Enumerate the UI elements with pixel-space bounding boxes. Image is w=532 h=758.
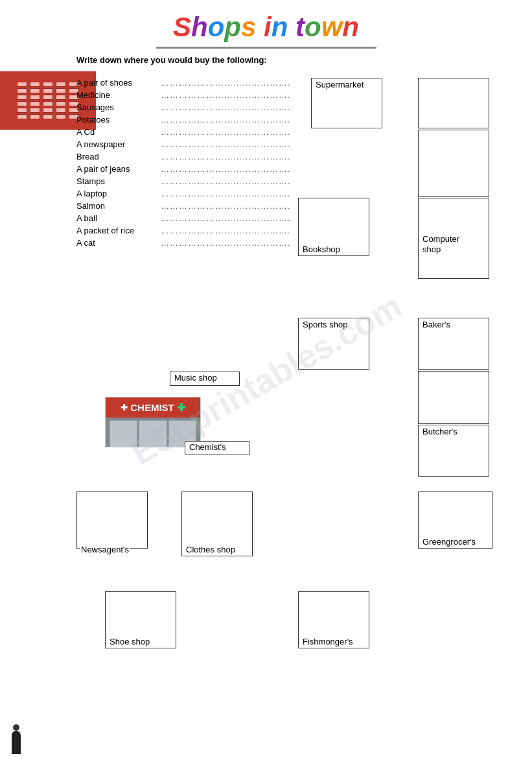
item-dots: …………………………………….: [161, 90, 291, 100]
item-label: A ball: [76, 213, 161, 223]
item-dots: …………………………………….: [161, 189, 291, 198]
greengrocers-box: Greengrocer's: [418, 492, 492, 549]
item-label: Salmon: [76, 201, 161, 211]
sports-shop-label: Sports shop: [301, 320, 349, 329]
list-item: Sausages …………………………………….: [76, 102, 291, 112]
bakers-label: Baker's: [421, 320, 452, 329]
page-title: Shops in town: [0, 0, 532, 47]
item-dots: …………………………………….: [161, 176, 291, 186]
list-item: A Cd …………………………………….: [76, 127, 291, 137]
blank-box-mid-right: [418, 130, 489, 197]
item-dots: …………………………………….: [161, 201, 291, 211]
item-dots: …………………………………….: [161, 213, 291, 223]
item-label: A pair of shoes: [76, 78, 161, 88]
bookshop-label: Bookshop: [301, 244, 341, 254]
clothes-shop-label: Clothes shop: [185, 545, 237, 554]
supermarket-label: Supermarket: [314, 80, 365, 89]
fishmongers-box: Fishmonger's: [298, 591, 369, 648]
chemist-image: ✚ CHEMIST ✚: [105, 397, 201, 447]
newsagents-box: Newsagent's: [76, 492, 148, 549]
item-label: Sausages: [76, 102, 161, 112]
list-item: A pair of shoes …………………………………….: [76, 78, 291, 88]
sports-shop-box: Sports shop: [298, 318, 369, 370]
item-dots: …………………………………….: [161, 226, 291, 235]
item-label: A Cd: [76, 127, 161, 137]
item-label: Stamps: [76, 176, 161, 186]
chemists-label-box: Chemist's: [185, 441, 249, 455]
item-label: A laptop: [76, 189, 161, 198]
list-item: Stamps …………………………………….: [76, 176, 291, 186]
blank-box-top-right: [418, 78, 489, 128]
item-label: A packet of rice: [76, 226, 161, 235]
item-label: A newspaper: [76, 139, 161, 149]
item-label: Potatoes: [76, 115, 161, 124]
item-label: Medicine: [76, 90, 161, 100]
item-dots: …………………………………….: [161, 102, 291, 112]
list-item: A pair of jeans …………………………………….: [76, 164, 291, 174]
title-underline: [156, 47, 376, 49]
music-shop-label-box: Music shop: [170, 372, 240, 386]
shoe-shop-box: Shoe shop: [105, 591, 176, 648]
list-item: Bread …………………………………….: [76, 152, 291, 161]
item-label: A pair of jeans: [76, 164, 161, 174]
list-item: Medicine …………………………………….: [76, 90, 291, 100]
bakers-box: Baker's: [418, 318, 489, 370]
list-item: A cat …………………………………….: [76, 238, 291, 248]
butchers-box: Butcher's: [418, 425, 489, 477]
shoe-shop-label: Shoe shop: [108, 637, 151, 646]
item-dots: …………………………………….: [161, 78, 291, 88]
item-dots: …………………………………….: [161, 152, 291, 161]
item-dots: …………………………………….: [161, 238, 291, 248]
instruction-text: Write down where you would buy the follo…: [76, 55, 532, 65]
item-dots: …………………………………….: [161, 127, 291, 137]
items-list: A pair of shoes ……………………………………. Medicine…: [76, 78, 291, 250]
chemists-label: Chemist's: [188, 442, 227, 452]
greengrocers-label: Greengrocer's: [421, 537, 477, 547]
list-item: A ball …………………………………….: [76, 213, 291, 223]
fishmongers-label: Fishmonger's: [301, 637, 354, 646]
list-item: Potatoes …………………………………….: [76, 115, 291, 124]
item-dots: …………………………………….: [161, 115, 291, 124]
supermarket-box: Supermarket: [311, 78, 382, 128]
list-item: A laptop …………………………………….: [76, 189, 291, 198]
computer-shop-label: Computershop: [421, 234, 461, 254]
item-dots: …………………………………….: [161, 164, 291, 174]
newsagents-label: Newsagent's: [80, 545, 130, 554]
clothes-shop-box: Clothes shop: [181, 492, 253, 556]
music-shop-label: Music shop: [173, 373, 218, 383]
item-label: A cat: [76, 238, 161, 248]
list-item: A newspaper …………………………………….: [76, 139, 291, 149]
item-label: Bread: [76, 152, 161, 161]
list-item: Salmon …………………………………….: [76, 201, 291, 211]
list-item: A packet of rice …………………………………….: [76, 226, 291, 235]
bookshop-box: Bookshop: [298, 198, 369, 256]
item-dots: …………………………………….: [161, 139, 291, 149]
computer-shop-box: Computershop: [418, 198, 489, 279]
blank-sports-right: [418, 371, 489, 424]
butchers-label: Butcher's: [421, 427, 459, 436]
